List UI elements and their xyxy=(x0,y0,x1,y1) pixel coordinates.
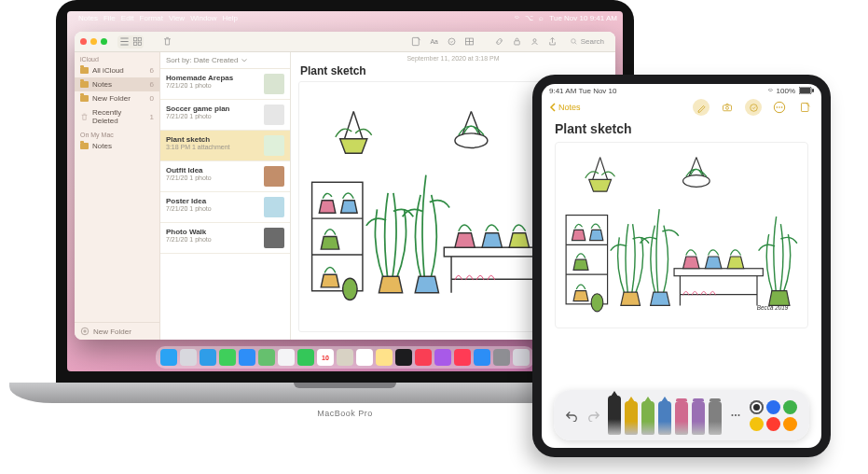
dock-preferences[interactable] xyxy=(493,349,510,366)
sidebar-section-icloud: iCloud xyxy=(75,52,159,63)
note-list-item[interactable]: Homemade Arepas7/21/20 1 photo xyxy=(160,69,290,100)
sidebar-item[interactable]: Notes xyxy=(75,139,159,153)
dock-safari[interactable] xyxy=(200,349,216,366)
chevron-left-icon xyxy=(549,103,557,112)
note-timestamp: September 11, 2020 at 3:18 PM xyxy=(291,52,615,64)
sidebar-item-label: New Folder xyxy=(92,94,131,103)
markup-tool-marker[interactable] xyxy=(625,401,638,435)
notes-sidebar: iCloud All iCloud6Notes6New Folder0Recen… xyxy=(75,52,160,340)
ipad-camera-button[interactable] xyxy=(719,99,736,116)
ipad-status-bar: 9:41 AM Tue Nov 10 ⌔ 100% xyxy=(542,84,821,97)
dock-trash[interactable] xyxy=(513,349,530,366)
markup-tool-pencil[interactable] xyxy=(658,401,671,435)
menubar-clock[interactable]: Tue Nov 10 9:41 AM xyxy=(549,14,617,22)
color-swatch[interactable] xyxy=(766,400,780,414)
collaborate-button[interactable] xyxy=(529,35,542,49)
note-list-item[interactable]: Plant sketch3:18 PM 1 attachment xyxy=(160,131,290,161)
link-button[interactable] xyxy=(493,35,506,49)
svg-point-34 xyxy=(777,106,778,108)
ipad-status-time: 9:41 AM Tue Nov 10 xyxy=(549,87,617,95)
menubar-item-view[interactable]: View xyxy=(169,14,185,22)
window-zoom-button[interactable] xyxy=(101,38,107,45)
ipad-compose-button[interactable] xyxy=(797,99,814,116)
dock-finder[interactable] xyxy=(160,349,177,366)
dock-messages[interactable] xyxy=(219,349,236,366)
note-item-thumb xyxy=(264,166,284,187)
share-button[interactable] xyxy=(546,35,559,49)
battery-icon xyxy=(799,87,814,94)
markup-tool-highlighter[interactable] xyxy=(641,401,654,435)
dock-appstore[interactable] xyxy=(474,349,490,366)
color-swatch[interactable] xyxy=(750,417,764,431)
menubar-item-file[interactable]: File xyxy=(103,14,116,22)
sort-button[interactable]: Sort by: Date Created xyxy=(160,52,290,69)
new-folder-button[interactable]: New Folder xyxy=(75,322,159,340)
dock-podcasts[interactable] xyxy=(434,349,451,366)
note-list-item[interactable]: Poster Idea7/21/20 1 photo xyxy=(160,192,290,223)
dock-notes[interactable] xyxy=(376,349,393,366)
note-list-item[interactable]: Soccer game plan7/21/20 1 photo xyxy=(160,100,290,131)
markup-tool-pen[interactable] xyxy=(608,396,621,435)
markup-redo-button[interactable] xyxy=(586,407,602,424)
dock-reminders[interactable] xyxy=(356,349,373,366)
control-center-icon[interactable]: ⌥ xyxy=(525,14,533,22)
dock-calendar[interactable]: 10 xyxy=(317,349,334,366)
sidebar-item-count: 6 xyxy=(150,66,154,75)
sidebar-item[interactable]: All iCloud6 xyxy=(75,63,159,77)
dock-photos[interactable] xyxy=(278,349,295,366)
svg-rect-28 xyxy=(800,88,810,93)
ipad-markup-button[interactable] xyxy=(693,99,710,116)
format-button[interactable]: Aa xyxy=(428,35,441,49)
markup-more-button[interactable] xyxy=(727,407,744,424)
menubar-item-edit[interactable]: Edit xyxy=(121,14,134,22)
dock-news[interactable] xyxy=(454,349,471,366)
color-swatch[interactable] xyxy=(783,417,797,431)
mac-menubar: Notes File Edit Format View Window Help … xyxy=(67,11,623,24)
sidebar-item[interactable]: Recently Deleted1 xyxy=(75,105,159,128)
markup-tool-eraser[interactable] xyxy=(675,401,688,435)
ipad-back-button[interactable]: Notes xyxy=(549,103,581,112)
svg-rect-29 xyxy=(812,89,814,92)
svg-point-38 xyxy=(731,414,733,416)
note-list-item[interactable]: Photo Walk7/21/20 1 photo xyxy=(160,223,290,254)
table-button[interactable] xyxy=(463,35,476,49)
note-list-item[interactable]: Outfit Idea7/21/20 1 photo xyxy=(160,161,290,192)
markup-tool-ruler[interactable] xyxy=(709,401,722,435)
note-item-title: Outfit Idea xyxy=(166,166,259,174)
ipad-more-button[interactable] xyxy=(771,99,788,116)
window-close-button[interactable] xyxy=(80,38,87,45)
dock-maps[interactable] xyxy=(258,349,275,366)
checklist-button[interactable] xyxy=(446,35,459,49)
delete-note-button[interactable] xyxy=(160,35,173,49)
svg-point-25 xyxy=(571,39,575,44)
menubar-item-format[interactable]: Format xyxy=(140,14,163,22)
view-grid-button[interactable] xyxy=(131,35,144,49)
menubar-item-help[interactable]: Help xyxy=(223,14,238,22)
menubar-app-name[interactable]: Notes xyxy=(78,14,98,22)
spotlight-icon[interactable]: ⌕ xyxy=(539,14,544,22)
note-item-thumb xyxy=(264,228,284,248)
ipad-note-title[interactable]: Plant sketch xyxy=(555,121,808,136)
dock-contacts[interactable] xyxy=(337,349,353,366)
color-swatch[interactable] xyxy=(750,400,764,414)
sidebar-item[interactable]: Notes6 xyxy=(75,77,159,91)
ipad-checklist-button[interactable] xyxy=(745,99,762,116)
wifi-icon[interactable]: ⌔ xyxy=(515,14,519,22)
lock-button[interactable] xyxy=(511,35,524,49)
sidebar-item[interactable]: New Folder0 xyxy=(75,91,159,105)
dock-mail[interactable] xyxy=(239,349,255,366)
color-swatch[interactable] xyxy=(783,400,797,414)
dock-facetime[interactable] xyxy=(297,349,314,366)
search-field[interactable]: Search xyxy=(564,37,610,46)
window-minimize-button[interactable] xyxy=(90,38,97,45)
ipad-sketch-canvas[interactable] xyxy=(555,142,808,328)
menubar-item-window[interactable]: Window xyxy=(190,14,216,22)
new-note-button[interactable] xyxy=(410,35,423,49)
dock-music[interactable] xyxy=(415,349,432,366)
dock-launchpad[interactable] xyxy=(180,349,197,366)
view-list-button[interactable] xyxy=(117,35,131,49)
dock-tv[interactable] xyxy=(395,349,412,366)
color-swatch[interactable] xyxy=(766,417,780,431)
markup-tool-lasso[interactable] xyxy=(692,401,705,435)
markup-undo-button[interactable] xyxy=(563,407,580,424)
